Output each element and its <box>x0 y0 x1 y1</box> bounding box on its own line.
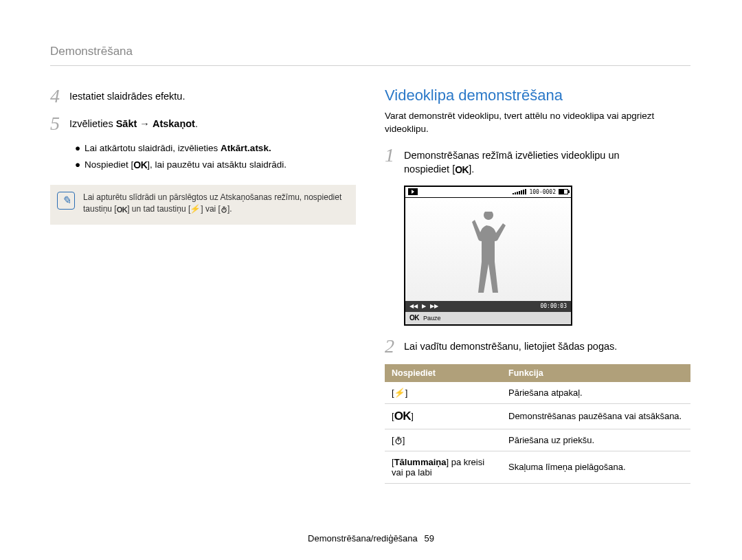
header-title: Demonstrēšana <box>50 45 133 58</box>
text: Nospiediet [ <box>85 159 133 170</box>
content-columns: 4 Iestatiet slaidrādes efektu. 5 Izvēlie… <box>50 87 690 484</box>
table-row: [Tālummaiņa] pa kreisi vai pa labi Skaļu… <box>385 451 690 483</box>
text: Lai atkārtotu slaidrādi, izvēlieties Atk… <box>85 142 271 155</box>
ok-icon: OK <box>394 410 412 423</box>
footer-text: Demonstrēšana/rediģēšana <box>308 533 418 544</box>
func-cell: Skaļuma līmeņa pielāgošana. <box>502 451 690 483</box>
svg-line-7 <box>401 438 401 438</box>
step-number: 2 <box>385 337 404 356</box>
table-row: [] Pāriešana uz priekšu. <box>385 429 690 451</box>
step-number: 1 <box>385 146 404 165</box>
video-bottom-bar: OK Pauze <box>405 312 571 324</box>
bold: Atkārt.atsk. <box>221 143 271 153</box>
text: Izvēlieties <box>69 118 116 129</box>
page-number: 59 <box>424 533 434 544</box>
text: taustiņu [ <box>83 204 117 214</box>
svg-line-3 <box>226 208 227 208</box>
pause-hint: Pauze <box>423 315 441 322</box>
counter: 100-0002 <box>529 189 556 195</box>
step-4: 4 Iestatiet slaidrādes efektu. <box>50 87 356 106</box>
ok-icon: OK <box>409 314 419 322</box>
play-icon <box>408 188 418 195</box>
th-func: Funkcija <box>502 364 690 382</box>
step-5: 5 Izvēlieties Sākt → Atskaņot. <box>50 114 356 133</box>
flash-icon: ⚡ <box>190 203 201 215</box>
key-cell: [⚡] <box>385 382 502 404</box>
text: Nospiediet [OK], lai pauzētu vai atsāktu… <box>85 158 286 172</box>
table-row: [OK] Demonstrēšanas pauzēšana vai atsākš… <box>385 403 690 429</box>
breadcrumb: Demonstrēšana <box>50 45 690 66</box>
bullet-icon: ● <box>75 142 85 155</box>
video-top-bar: 100-0002 <box>405 187 571 198</box>
text: ] vai [ <box>201 204 221 214</box>
key-cell: [] <box>385 429 502 451</box>
step-2: 2 Lai vadītu demonstrēšanu, lietojiet šā… <box>385 337 690 356</box>
text: Lai apturētu slīdrādi un pārslēgtos uz A… <box>83 192 341 202</box>
text: Lai atkārtotu slaidrādi, izvēlieties <box>85 143 221 153</box>
vt-right: 100-0002 <box>513 189 568 195</box>
step-number: 5 <box>50 114 69 133</box>
silhouette-icon <box>464 212 513 301</box>
video-controls: ◀◀ ▶ ▶▶ 00:00:03 <box>405 301 571 312</box>
ok-icon: OK <box>117 205 128 214</box>
note-box: ✎ Lai apturētu slīdrādi un pārslēgtos uz… <box>50 185 356 225</box>
timer-icon <box>221 204 227 214</box>
vt-left <box>408 188 418 195</box>
signal-icon <box>513 189 526 194</box>
step-1: 1 Demonstrēšanas režīmā izvēlieties vide… <box>385 146 690 177</box>
sub-list: ● Lai atkārtotu slaidrādi, izvēlieties A… <box>75 142 356 172</box>
bold: Sākt <box>116 118 137 129</box>
table-row: [⚡] Pāriešana atpakaļ. <box>385 382 690 404</box>
text: ], lai pauzētu vai atsāktu slaidrādi. <box>147 159 286 170</box>
func-cell: Pāriešana atpakaļ. <box>502 382 690 404</box>
text: ]. <box>227 204 232 214</box>
video-body <box>405 198 571 301</box>
table-header-row: Nospiediet Funkcija <box>385 364 690 382</box>
play-icon: ▶ <box>422 303 426 309</box>
text: nospiediet [ <box>404 164 455 175</box>
left-column: 4 Iestatiet slaidrādes efektu. 5 Izvēlie… <box>50 87 356 484</box>
ok-icon: OK <box>133 159 147 170</box>
key-cell: [OK] <box>385 403 502 429</box>
section-title: Videoklipa demonstrēšana <box>385 87 690 104</box>
note-icon: ✎ <box>57 192 75 210</box>
note-text: Lai apturētu slīdrādi un pārslēgtos uz A… <box>83 192 341 215</box>
step-text: Iestatiet slaidrādes efektu. <box>69 87 185 103</box>
th-press: Nospiediet <box>385 364 502 382</box>
text: ] un tad taustiņu [ <box>127 204 190 214</box>
controls-table: Nospiediet Funkcija [⚡] Pāriešana atpaka… <box>385 364 690 484</box>
forward-icon: ▶▶ <box>430 303 438 309</box>
battery-icon <box>559 189 568 194</box>
video-frame: 100-0002 ◀◀ ▶ ▶▶ <box>404 186 572 326</box>
text: Demonstrēšanas režīmā izvēlieties videok… <box>404 150 620 161</box>
time: 00:00:03 <box>540 303 567 309</box>
flash-icon: ⚡ <box>394 388 406 398</box>
step-text: Demonstrēšanas režīmā izvēlieties videok… <box>404 146 620 177</box>
text: . <box>195 118 198 129</box>
timer-icon <box>394 435 403 445</box>
step-number: 4 <box>50 87 69 106</box>
text: ]. <box>469 164 474 175</box>
ctrl-left: ◀◀ ▶ ▶▶ <box>409 303 438 309</box>
func-cell: Demonstrēšanas pauzēšana vai atsākšana. <box>502 403 690 429</box>
list-item: ● Lai atkārtotu slaidrādi, izvēlieties A… <box>75 142 356 155</box>
arrow: → <box>137 118 153 129</box>
footer: Demonstrēšana/rediģēšana 59 <box>0 533 742 544</box>
step-text: Izvēlieties Sākt → Atskaņot. <box>69 114 198 131</box>
list-item: ● Nospiediet [OK], lai pauzētu vai atsāk… <box>75 158 356 172</box>
bold: Tālummaiņa <box>394 457 447 467</box>
video-preview: 100-0002 ◀◀ ▶ ▶▶ <box>404 186 690 326</box>
ok-icon: OK <box>455 164 469 175</box>
bullet-icon: ● <box>75 158 85 172</box>
intro-text: Varat demonstrēt videoklipu, tvert attēl… <box>385 110 690 136</box>
bold: Atskaņot <box>153 118 195 129</box>
rewind-icon: ◀◀ <box>409 303 418 309</box>
key-cell: [Tālummaiņa] pa kreisi vai pa labi <box>385 451 502 483</box>
step-text: Lai vadītu demonstrēšanu, lietojiet šāda… <box>404 337 617 353</box>
func-cell: Pāriešana uz priekšu. <box>502 429 690 451</box>
right-column: Videoklipa demonstrēšana Varat demonstrē… <box>385 87 690 484</box>
